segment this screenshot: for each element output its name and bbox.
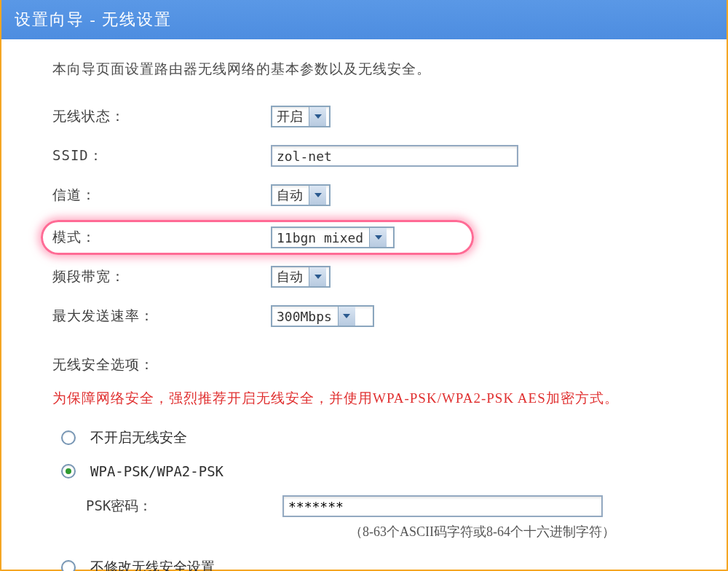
row-wireless-status: 无线状态： 开启 xyxy=(52,102,697,131)
psk-hint: （8-63个ASCII码字符或8-64个十六进制字符） xyxy=(349,523,697,540)
radio-row-keep[interactable]: 不修改无线安全设置 xyxy=(61,558,697,571)
psk-input[interactable] xyxy=(282,495,603,517)
label-max-rate: 最大发送速率： xyxy=(52,307,271,326)
select-wireless-status[interactable]: 开启 xyxy=(271,106,331,127)
label-psk: PSK密码： xyxy=(86,497,282,516)
label-wireless-status: 无线状态： xyxy=(52,107,271,126)
radio-row-disable[interactable]: 不开启无线安全 xyxy=(61,428,697,447)
row-mode-highlighted: 模式： 11bgn mixed xyxy=(41,220,474,255)
select-channel-value: 自动 xyxy=(272,186,309,204)
radio-disable-security[interactable] xyxy=(61,430,76,445)
radio-label-keep: 不修改无线安全设置 xyxy=(90,558,215,571)
radio-keep-settings[interactable] xyxy=(61,560,76,571)
select-max-rate-value: 300Mbps xyxy=(272,309,338,324)
security-section-title: 无线安全选项： xyxy=(52,355,697,374)
row-max-rate: 最大发送速率： 300Mbps xyxy=(52,302,697,331)
select-bandwidth-value: 自动 xyxy=(272,268,309,286)
select-mode[interactable]: 11bgn mixed xyxy=(271,227,395,248)
select-max-rate[interactable]: 300Mbps xyxy=(271,305,374,327)
chevron-down-icon[interactable] xyxy=(309,107,326,126)
row-ssid: SSID： xyxy=(52,141,697,170)
chevron-down-icon[interactable] xyxy=(369,228,387,247)
row-bandwidth: 频段带宽： 自动 xyxy=(52,262,697,291)
radio-label-disable: 不开启无线安全 xyxy=(90,428,187,447)
row-channel: 信道： 自动 xyxy=(52,181,697,210)
label-bandwidth: 频段带宽： xyxy=(52,267,271,286)
select-mode-value: 11bgn mixed xyxy=(272,230,369,245)
intro-text: 本向导页面设置路由器无线网络的基本参数以及无线安全。 xyxy=(52,60,697,79)
ssid-input[interactable] xyxy=(271,145,518,167)
select-bandwidth[interactable]: 自动 xyxy=(271,266,331,288)
row-psk: PSK密码： xyxy=(86,495,697,517)
chevron-down-icon[interactable] xyxy=(309,186,326,205)
chevron-down-icon[interactable] xyxy=(309,267,326,286)
radio-row-wpa[interactable]: WPA-PSK/WPA2-PSK xyxy=(61,463,697,479)
label-mode: 模式： xyxy=(52,228,271,247)
radio-wpa-psk[interactable] xyxy=(61,464,76,479)
chevron-down-icon[interactable] xyxy=(338,307,355,326)
select-channel[interactable]: 自动 xyxy=(271,184,331,206)
label-channel: 信道： xyxy=(52,186,271,205)
label-ssid: SSID： xyxy=(52,146,271,165)
radio-label-wpa: WPA-PSK/WPA2-PSK xyxy=(90,463,223,479)
security-warning-text: 为保障网络安全，强烈推荐开启无线安全，并使用WPA-PSK/WPA2-PSK A… xyxy=(52,386,697,411)
page-title: 设置向导 - 无线设置 xyxy=(1,0,727,39)
select-wireless-status-value: 开启 xyxy=(272,108,309,125)
